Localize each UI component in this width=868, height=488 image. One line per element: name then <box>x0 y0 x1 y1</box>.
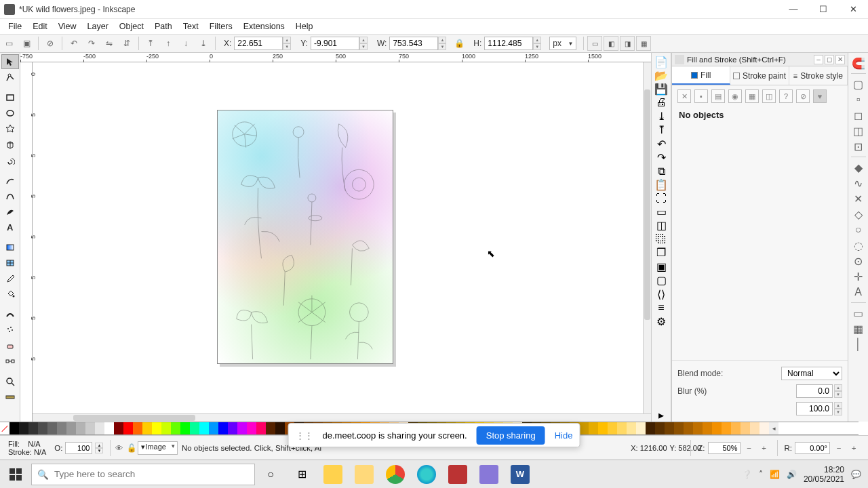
paint-pattern-icon[interactable]: ▦ <box>745 89 759 103</box>
redo-icon[interactable]: ↷ <box>657 151 666 164</box>
snap-enable-icon[interactable]: 🧲 <box>850 56 867 70</box>
panel-detach-icon[interactable]: ◻ <box>825 55 834 64</box>
maximize-button[interactable]: ☐ <box>808 0 838 19</box>
text-tool[interactable]: A <box>1 220 19 235</box>
zoom-fit-icon[interactable]: ⛶ <box>656 192 667 205</box>
color-swatch[interactable] <box>57 422 66 434</box>
zoom-tool[interactable] <box>1 374 19 389</box>
color-swatch[interactable] <box>703 422 712 434</box>
color-swatch[interactable] <box>228 422 237 434</box>
taskbar-chrome[interactable] <box>380 460 411 489</box>
ungroup-icon[interactable]: ▢ <box>656 274 667 287</box>
calligraphy-tool[interactable] <box>1 204 19 219</box>
ellipse-tool[interactable] <box>1 106 19 121</box>
snap-rotation-icon[interactable]: ✛ <box>850 269 867 284</box>
paint-none-icon[interactable]: ✕ <box>677 89 691 103</box>
tray-notifications-icon[interactable]: 💬 <box>851 470 861 479</box>
horizontal-ruler[interactable]: ◢ -750-500-25002505007501000125015001750 <box>20 53 651 62</box>
affect-stroke-icon[interactable]: ▭ <box>587 36 602 51</box>
opacity-stepper[interactable]: ▲▼ <box>834 402 842 415</box>
color-swatch[interactable] <box>133 422 142 434</box>
stop-sharing-button[interactable]: Stop sharing <box>477 426 545 445</box>
new-doc-icon[interactable]: 📄 <box>654 56 668 68</box>
snap-intersect-icon[interactable]: ✕ <box>850 191 867 206</box>
menu-view[interactable]: View <box>53 20 82 33</box>
zoom-drawing-icon[interactable]: ◫ <box>656 219 667 232</box>
color-swatch[interactable] <box>28 422 38 434</box>
color-swatch[interactable] <box>598 422 608 434</box>
document-page[interactable] <box>217 110 393 364</box>
color-swatch[interactable] <box>665 422 674 434</box>
menu-help[interactable]: Help <box>290 20 319 33</box>
y-input[interactable] <box>311 37 359 50</box>
clone-icon[interactable]: ❐ <box>656 246 666 259</box>
lower-bottom-icon[interactable]: ⤓ <box>196 36 211 51</box>
rotation-input[interactable] <box>795 442 830 454</box>
connector-tool[interactable] <box>1 354 19 369</box>
paint-unknown-icon[interactable]: ? <box>779 89 793 103</box>
tray-chevron-icon[interactable]: ˄ <box>759 470 763 479</box>
menu-file[interactable]: File <box>3 20 27 33</box>
spray-tool[interactable] <box>1 323 19 338</box>
paste-icon[interactable]: 📋 <box>654 178 668 191</box>
lock-aspect-icon[interactable]: 🔒 <box>452 36 467 51</box>
snap-bbox-center-icon[interactable]: ⊡ <box>850 139 867 154</box>
color-swatch[interactable] <box>712 422 722 434</box>
cortana-icon[interactable]: ○ <box>255 460 286 489</box>
h-stepper[interactable]: ▲▼ <box>533 37 541 50</box>
palette-more-icon[interactable]: ◂ <box>769 422 778 434</box>
pencil-tool[interactable] <box>1 173 19 188</box>
zoom-in-icon[interactable]: + <box>758 442 770 454</box>
node-tool[interactable] <box>1 70 19 85</box>
xml-editor-icon[interactable]: ⟨⟩ <box>657 288 665 301</box>
snap-center-icon[interactable]: ⊙ <box>850 253 867 268</box>
color-swatch[interactable] <box>266 422 275 434</box>
menu-path[interactable]: Path <box>149 20 178 33</box>
bezier-tool[interactable] <box>1 188 19 203</box>
zoom-out-icon[interactable]: − <box>743 442 755 454</box>
affect-corners-icon[interactable]: ◧ <box>604 36 618 51</box>
paint-unset-icon[interactable]: ⊘ <box>796 89 810 103</box>
taskbar-app-6[interactable] <box>473 460 505 489</box>
menu-filters[interactable]: Filters <box>204 20 238 33</box>
box3d-tool[interactable] <box>1 137 19 152</box>
color-swatch[interactable] <box>161 422 171 434</box>
raise-icon[interactable]: ↑ <box>161 36 176 51</box>
gradient-tool[interactable] <box>1 240 19 255</box>
opacity-input[interactable] <box>796 402 833 415</box>
tray-clock[interactable]: 18:20 20/05/2021 <box>804 465 844 484</box>
taskbar-app-1[interactable] <box>317 460 349 489</box>
paint-linear-icon[interactable]: ▤ <box>711 89 725 103</box>
color-swatch[interactable] <box>247 422 256 434</box>
snap-bbox-icon[interactable]: ▢ <box>850 77 867 92</box>
color-swatch[interactable] <box>627 422 636 434</box>
rot-dec-icon[interactable]: − <box>833 442 845 454</box>
color-swatch[interactable] <box>760 422 769 434</box>
color-swatch[interactable] <box>180 422 190 434</box>
snap-smooth-icon[interactable]: ○ <box>850 222 867 237</box>
snap-bbox-edge-icon[interactable]: ▫ <box>850 92 867 107</box>
color-swatch[interactable] <box>76 422 85 434</box>
color-swatch[interactable] <box>741 422 750 434</box>
taskbar-app-5[interactable] <box>442 460 473 489</box>
color-swatch[interactable] <box>152 422 161 434</box>
status-fill-value[interactable]: N/A <box>28 440 40 448</box>
snap-bbox-mid-icon[interactable]: ◫ <box>850 123 867 138</box>
snap-node-icon[interactable]: ◆ <box>850 160 867 175</box>
save-doc-icon[interactable]: 💾 <box>654 83 668 96</box>
menu-object[interactable]: Object <box>114 20 149 33</box>
star-tool[interactable] <box>1 121 19 136</box>
canvas[interactable]: 05555555 ⬉ <box>20 62 651 422</box>
rotate-ccw-icon[interactable]: ↶ <box>66 36 81 51</box>
color-swatch[interactable] <box>750 422 760 434</box>
menu-layer[interactable]: Layer <box>82 20 114 33</box>
color-swatch[interactable] <box>209 422 218 434</box>
vertical-ruler[interactable]: 05555555 <box>20 62 33 422</box>
tweak-tool[interactable] <box>1 307 19 322</box>
flip-h-icon[interactable]: ⇋ <box>102 36 117 51</box>
color-swatch[interactable] <box>256 422 266 434</box>
lower-icon[interactable]: ↓ <box>178 36 193 51</box>
hide-toast-button[interactable]: Hide <box>555 430 573 441</box>
rotate-cw-icon[interactable]: ↷ <box>84 36 99 51</box>
layer-lock-icon[interactable]: 🔓 <box>125 442 138 454</box>
